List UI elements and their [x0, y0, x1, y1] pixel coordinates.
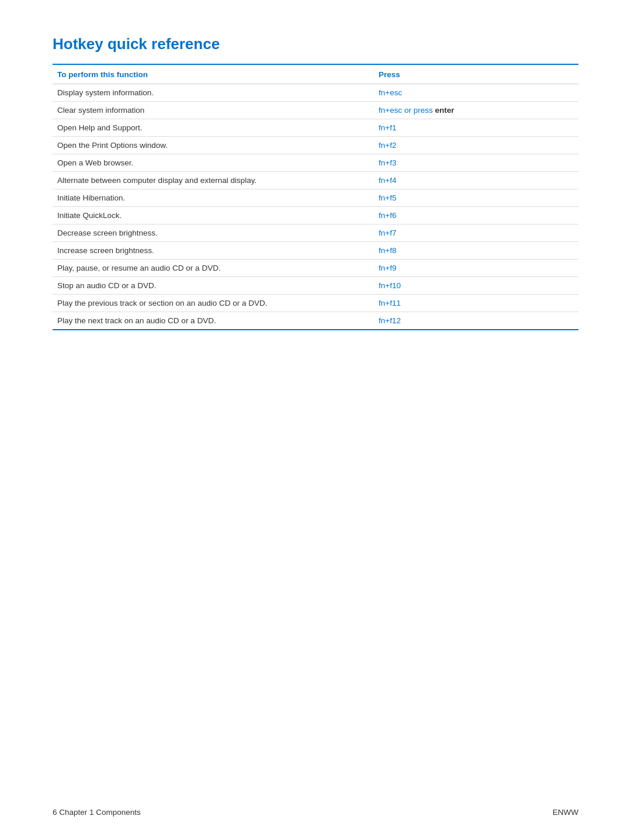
cell-function: Open the Print Options window.: [53, 141, 379, 150]
table-row: Alternate between computer display and e…: [53, 172, 578, 189]
cell-press: fn+f2: [379, 141, 578, 150]
table-row: Initiate Hibernation. fn+f5: [53, 189, 578, 207]
table-row: Clear system information fn+esc or press…: [53, 102, 578, 119]
col-function-header: To perform this function: [53, 70, 379, 79]
cell-function: Increase screen brightness.: [53, 246, 379, 255]
press-column-header: Press: [379, 70, 400, 79]
cell-press: fn+f5: [379, 193, 578, 202]
cell-function: Open a Web browser.: [53, 158, 379, 167]
page-title: Hotkey quick reference: [53, 35, 578, 53]
hotkey-table: To perform this function Press Display s…: [53, 64, 578, 330]
cell-press: fn+f11: [379, 299, 578, 307]
cell-function: Decrease screen brightness.: [53, 229, 379, 237]
table-row: Open the Print Options window. fn+f2: [53, 137, 578, 154]
cell-press: fn+f9: [379, 264, 578, 272]
footer-right: ENWW: [553, 808, 578, 817]
cell-press: fn+f4: [379, 176, 578, 185]
cell-function: Clear system information: [53, 106, 379, 115]
cell-function: Play, pause, or resume an audio CD or a …: [53, 264, 379, 272]
cell-press: fn+f8: [379, 246, 578, 255]
table-header-row: To perform this function Press: [53, 65, 578, 84]
table-row: Play the next track on an audio CD or a …: [53, 312, 578, 329]
page-footer: 6 Chapter 1 Components ENWW: [53, 808, 578, 817]
cell-press: fn+esc: [379, 88, 578, 97]
cell-press: fn+f6: [379, 211, 578, 220]
cell-press: fn+f7: [379, 229, 578, 237]
cell-function: Stop an audio CD or a DVD.: [53, 281, 379, 290]
function-column-header: To perform this function: [57, 70, 148, 79]
table-row: Stop an audio CD or a DVD. fn+f10: [53, 277, 578, 295]
table-row: Open Help and Support. fn+f1: [53, 119, 578, 137]
table-row: Play, pause, or resume an audio CD or a …: [53, 260, 578, 277]
cell-function: Alternate between computer display and e…: [53, 176, 379, 185]
table-row: Initiate QuickLock. fn+f6: [53, 207, 578, 224]
footer-left: 6 Chapter 1 Components: [53, 808, 141, 817]
table-row: Decrease screen brightness. fn+f7: [53, 224, 578, 242]
cell-function: Play the next track on an audio CD or a …: [53, 316, 379, 325]
table-row: Play the previous track or section on an…: [53, 295, 578, 312]
cell-function: Display system information.: [53, 88, 379, 97]
page-content: Hotkey quick reference To perform this f…: [0, 0, 631, 354]
cell-press: fn+f1: [379, 123, 578, 132]
table-row: Increase screen brightness. fn+f8: [53, 242, 578, 260]
cell-press: fn+f10: [379, 281, 578, 290]
cell-function: Play the previous track or section on an…: [53, 299, 379, 307]
cell-press: fn+f3: [379, 158, 578, 167]
table-row: Open a Web browser. fn+f3: [53, 154, 578, 172]
cell-function: Initiate Hibernation.: [53, 193, 379, 202]
table-row: Display system information. fn+esc: [53, 84, 578, 102]
cell-press: fn+esc or press enter: [379, 106, 578, 115]
col-press-header: Press: [379, 70, 578, 79]
cell-function: Initiate QuickLock.: [53, 211, 379, 220]
cell-press: fn+f12: [379, 316, 578, 325]
cell-function: Open Help and Support.: [53, 123, 379, 132]
